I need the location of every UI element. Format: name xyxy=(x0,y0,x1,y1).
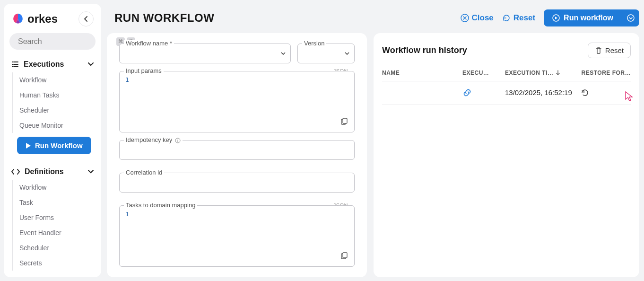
run-workflow-label: Run workflow xyxy=(564,14,613,22)
history-table: NAME EXECU… EXECUTION TI… RESTORE FOR… 1… xyxy=(382,65,631,105)
copy-icon xyxy=(340,252,348,261)
run-workflow-dropdown[interactable] xyxy=(622,9,639,26)
input-params-label: Input params xyxy=(124,67,164,74)
nav-header-label: Executions xyxy=(24,60,83,69)
content-row: Workflow name * Version Input params JSO… xyxy=(107,33,639,277)
run-workflow-button-group: Run workflow xyxy=(544,9,639,26)
nav-list-executions: Workflow Human Tasks Scheduler Queue Mon… xyxy=(12,72,97,133)
code-line: 1 xyxy=(125,76,341,83)
th-restore[interactable]: RESTORE FOR… xyxy=(581,70,631,76)
logo-row: orkes xyxy=(7,9,98,32)
sidebar-item-def-task[interactable]: Task xyxy=(13,195,97,210)
brand-logo: orkes xyxy=(11,12,58,26)
run-workflow-button[interactable]: Run workflow xyxy=(544,9,622,26)
svg-text:i: i xyxy=(177,139,178,143)
list-icon xyxy=(11,61,19,68)
chevron-down-icon xyxy=(88,62,94,66)
sort-desc-icon xyxy=(556,70,560,76)
copy-button[interactable] xyxy=(340,118,350,128)
close-label: Close xyxy=(472,13,494,23)
reset-button[interactable]: Reset xyxy=(502,13,535,23)
workflow-name-field: Workflow name * xyxy=(119,44,291,63)
trash-icon xyxy=(595,47,602,54)
sidebar-item-human-tasks[interactable]: Human Tasks xyxy=(13,88,97,103)
th-name[interactable]: NAME xyxy=(382,70,462,76)
svg-point-4 xyxy=(627,15,634,21)
chevron-down-icon xyxy=(88,170,94,174)
form-panel: Workflow name * Version Input params JSO… xyxy=(107,33,367,277)
play-circle-icon xyxy=(552,14,560,22)
link-icon xyxy=(462,88,472,97)
brand-name: orkes xyxy=(27,12,58,26)
code-line: 1 xyxy=(125,211,341,218)
history-panel: Workflow run history Reset NAME EXECU… E… xyxy=(374,33,639,277)
chevron-down-circle-icon xyxy=(627,14,635,22)
tasks-domain-field: Tasks to domain mapping JSON 1 xyxy=(119,205,355,267)
sidebar-collapse-button[interactable] xyxy=(78,11,94,26)
code-icon xyxy=(11,168,20,175)
sidebar: orkes ⌘ K Executions Workflow Human Task… xyxy=(4,4,101,277)
reset-icon xyxy=(502,14,511,22)
correlation-label: Correlation id xyxy=(124,169,164,176)
nav-section-executions: Executions Workflow Human Tasks Schedule… xyxy=(7,54,98,162)
reset-label: Reset xyxy=(513,13,535,23)
sidebar-item-queue-monitor[interactable]: Queue Monitor xyxy=(13,118,97,133)
th-time-label: EXECUTION TI… xyxy=(505,70,554,76)
input-params-field: Input params JSON 1 xyxy=(119,71,355,132)
search-input[interactable] xyxy=(18,37,113,46)
sidebar-item-def-user-forms[interactable]: User Forms xyxy=(13,210,97,225)
history-header: Workflow run history Reset xyxy=(382,40,631,65)
version-label: Version xyxy=(302,40,326,47)
sidebar-item-def-event-handler[interactable]: Event Handler xyxy=(13,225,97,240)
topbar-actions: Close Reset Run workflow xyxy=(461,9,640,26)
nav-header-definitions[interactable]: Definitions xyxy=(8,164,97,180)
idempotency-label-text: Idempotency key xyxy=(126,136,172,143)
svg-rect-10 xyxy=(343,253,347,258)
th-exec[interactable]: EXECU… xyxy=(462,70,505,76)
idempotency-field: Idempotency key i xyxy=(119,140,355,165)
nav-list-definitions: Workflow Task User Forms Event Handler S… xyxy=(12,180,97,271)
run-workflow-label: Run Workflow xyxy=(35,141,83,149)
sidebar-item-def-workflow[interactable]: Workflow xyxy=(13,180,97,195)
page-title: RUN WORKFLOW xyxy=(114,11,214,25)
dropdown-arrow-icon xyxy=(281,52,286,55)
topbar: RUN WORKFLOW Close Reset Run workflow xyxy=(107,4,639,30)
sidebar-item-scheduler[interactable]: Scheduler xyxy=(13,103,97,118)
main: RUN WORKFLOW Close Reset Run workflow xyxy=(105,0,644,281)
sidebar-item-workflow[interactable]: Workflow xyxy=(13,72,97,88)
tasks-domain-editor[interactable]: 1 xyxy=(119,205,355,267)
input-params-editor[interactable]: 1 xyxy=(119,71,355,132)
correlation-field: Correlation id xyxy=(119,173,355,198)
table-row: 13/02/2025, 16:52:19 xyxy=(382,81,631,105)
chevron-left-icon xyxy=(84,16,88,22)
close-circle-icon xyxy=(461,14,469,22)
sidebar-item-def-secrets[interactable]: Secrets xyxy=(13,255,97,271)
search-box[interactable]: ⌘ K xyxy=(9,33,96,50)
history-reset-label: Reset xyxy=(605,46,624,54)
close-button[interactable]: Close xyxy=(461,13,494,23)
tasks-domain-label: Tasks to domain mapping xyxy=(124,202,197,209)
info-icon[interactable]: i xyxy=(175,138,181,143)
copy-button[interactable] xyxy=(340,252,350,263)
play-icon xyxy=(26,142,31,149)
restore-icon xyxy=(581,88,589,97)
nav-header-executions[interactable]: Executions xyxy=(8,56,97,72)
sidebar-item-def-scheduler[interactable]: Scheduler xyxy=(13,240,97,255)
td-restore-action[interactable] xyxy=(581,88,631,97)
history-reset-button[interactable]: Reset xyxy=(588,43,631,58)
dropdown-arrow-icon xyxy=(345,52,349,55)
table-head: NAME EXECU… EXECUTION TI… RESTORE FOR… xyxy=(382,65,631,81)
idempotency-label: Idempotency key i xyxy=(124,136,183,143)
orkes-logo-icon xyxy=(11,12,25,26)
td-time: 13/02/2025, 16:52:19 xyxy=(505,88,581,97)
workflow-name-label: Workflow name * xyxy=(124,40,174,47)
nav-header-label: Definitions xyxy=(25,167,83,176)
td-exec-link[interactable] xyxy=(462,88,505,97)
history-title: Workflow run history xyxy=(382,45,467,55)
sidebar-run-workflow-button[interactable]: Run Workflow xyxy=(17,137,91,154)
copy-icon xyxy=(340,118,348,126)
svg-rect-6 xyxy=(343,118,347,123)
th-time[interactable]: EXECUTION TI… xyxy=(505,70,581,76)
version-field: Version xyxy=(297,44,355,63)
nav-section-definitions: Definitions Workflow Task User Forms Eve… xyxy=(7,162,98,272)
